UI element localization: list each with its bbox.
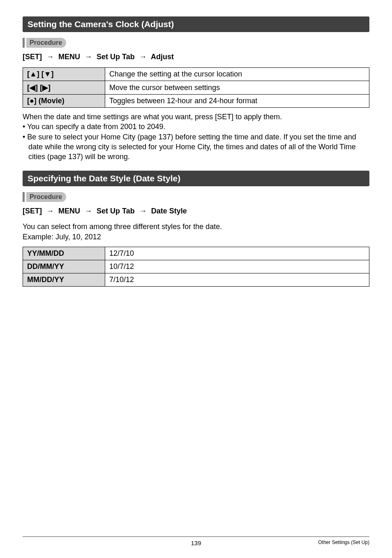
table-row: [▲] [▼] Change the setting at the cursor… bbox=[23, 68, 369, 81]
path-seg-menu: MENU bbox=[58, 207, 80, 215]
datestyle-description: You can select from among three differen… bbox=[23, 222, 369, 242]
path-seg-set: [SET] bbox=[23, 207, 42, 215]
table-row: MM/DD/YY 7/10/12 bbox=[23, 273, 369, 287]
datestyle-table: YY/MM/DD 12/7/10 DD/MM/YY 10/7/12 MM/DD/… bbox=[23, 247, 369, 287]
footer-section-label: Other Settings (Set Up) bbox=[318, 539, 369, 545]
footer-divider bbox=[23, 536, 369, 537]
path-seg-menu: MENU bbox=[58, 53, 80, 61]
cell-format: DD/MM/YY bbox=[23, 260, 105, 273]
cell-desc: Toggles between 12-hour and 24-hour form… bbox=[105, 95, 369, 108]
arrow-icon: → bbox=[46, 53, 54, 61]
cell-example: 7/10/12 bbox=[105, 273, 369, 287]
table-row: [●] (Movie) Toggles between 12-hour and … bbox=[23, 95, 369, 108]
path-seg-setup: Set Up Tab bbox=[97, 53, 135, 61]
arrow-icon: → bbox=[85, 53, 92, 61]
adjust-controls-table: [▲] [▼] Change the setting at the cursor… bbox=[23, 67, 369, 108]
cell-example: 10/7/12 bbox=[105, 260, 369, 273]
menu-path-datestyle: [SET] → MENU → Set Up Tab → Date Style bbox=[23, 207, 369, 215]
procedure-label: Procedure bbox=[26, 192, 66, 202]
cell-desc: Change the setting at the cursor locatio… bbox=[105, 68, 369, 81]
procedure-bar-icon bbox=[23, 192, 25, 202]
table-row: [◀] [▶] Move the cursor between settings bbox=[23, 81, 369, 95]
menu-path-adjust: [SET] → MENU → Set Up Tab → Adjust bbox=[23, 53, 369, 61]
arrow-icon: → bbox=[46, 207, 54, 215]
cell-format: MM/DD/YY bbox=[23, 273, 105, 287]
cell-keys: [◀] [▶] bbox=[23, 81, 105, 95]
page-number: 139 bbox=[23, 539, 369, 546]
arrow-icon: → bbox=[139, 53, 147, 61]
arrow-icon: → bbox=[85, 207, 92, 215]
path-seg-adjust: Adjust bbox=[151, 53, 174, 61]
procedure-tag-1: Procedure bbox=[23, 38, 369, 48]
cell-format: YY/MM/DD bbox=[23, 247, 105, 260]
procedure-label: Procedure bbox=[26, 38, 66, 48]
path-seg-setup: Set Up Tab bbox=[97, 207, 135, 215]
bullet-item: Be sure to select your Home City (page 1… bbox=[23, 132, 369, 162]
table-row: DD/MM/YY 10/7/12 bbox=[23, 260, 369, 273]
page-footer: 139 Other Settings (Set Up) bbox=[23, 536, 369, 546]
desc-line: You can select from among three differen… bbox=[23, 222, 369, 232]
desc-example: Example: July, 10, 2012 bbox=[23, 232, 369, 242]
path-seg-datestyle: Date Style bbox=[151, 207, 187, 215]
procedure-tag-2: Procedure bbox=[23, 192, 369, 202]
after-text: When the date and time settings are what… bbox=[23, 112, 369, 122]
bullet-item: You can specify a date from 2001 to 2049… bbox=[23, 122, 369, 132]
section-title-clock: Setting the Camera's Clock (Adjust) bbox=[23, 16, 369, 32]
table-row: YY/MM/DD 12/7/10 bbox=[23, 247, 369, 260]
cell-keys: [●] (Movie) bbox=[23, 95, 105, 108]
adjust-description: When the date and time settings are what… bbox=[23, 112, 369, 162]
arrow-icon: → bbox=[139, 207, 147, 215]
cell-desc: Move the cursor between settings bbox=[105, 81, 369, 95]
cell-example: 12/7/10 bbox=[105, 247, 369, 260]
section-title-datestyle: Specifying the Date Style (Date Style) bbox=[23, 171, 369, 186]
procedure-bar-icon bbox=[23, 38, 25, 48]
cell-keys: [▲] [▼] bbox=[23, 68, 105, 81]
path-seg-set: [SET] bbox=[23, 53, 42, 61]
